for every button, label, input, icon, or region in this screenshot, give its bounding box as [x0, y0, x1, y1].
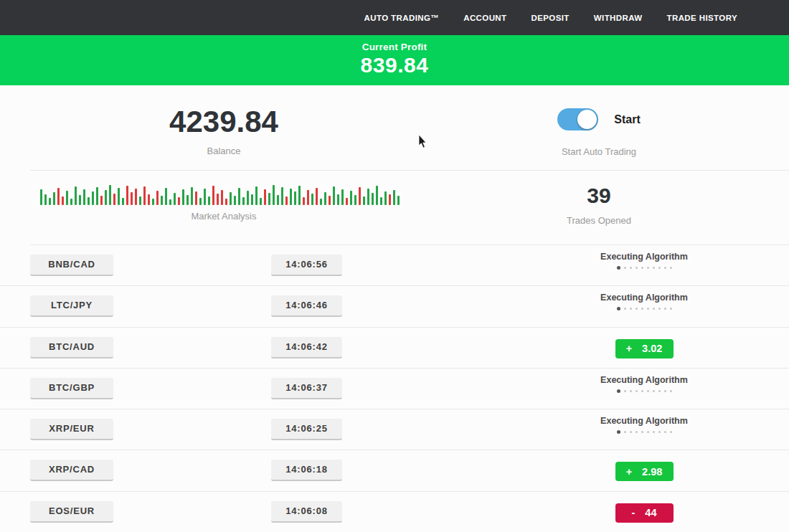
chart-bar [372, 193, 374, 205]
trades-list: BNB/CAD14:06:56Executing AlgorithmLTC/JP… [0, 245, 789, 532]
nav-item-deposit[interactable]: DEPOSIT [531, 14, 570, 22]
chart-bar [247, 191, 249, 205]
progress-dot [664, 267, 666, 269]
executing-algorithm-label: Executing Algorithm [558, 252, 730, 262]
trades-opened-block: 39 Trades Opened [495, 171, 703, 226]
nav-item-account[interactable]: ACCOUNT [463, 14, 506, 22]
chart-bar [100, 196, 103, 205]
progress-dot [641, 267, 643, 269]
progress-dot [630, 431, 632, 433]
progress-dot [670, 267, 672, 269]
progress-dot [670, 390, 672, 392]
chart-bar [277, 195, 279, 205]
progress-dot [647, 390, 649, 392]
chart-bar [113, 194, 115, 205]
time-chip: 14:06:08 [271, 501, 342, 523]
current-profit-value: 839.84 [0, 53, 789, 77]
time-chip: 14:06:25 [271, 419, 342, 440]
chart-bar [255, 186, 258, 205]
pair-chip: LTC/JPY [30, 295, 113, 317]
auto-trading-block: Start Start Auto Trading [495, 85, 703, 157]
progress-dot [664, 431, 666, 433]
chart-bar [281, 187, 283, 205]
account-stats-section: 4239.84 Balance Start Start Auto Trading [0, 85, 789, 170]
chart-bar [66, 191, 68, 205]
pair-chip: XRP/EUR [30, 419, 113, 440]
status-cell: +3.02 [558, 328, 730, 368]
chart-bar [376, 186, 378, 205]
progress-dot [653, 308, 655, 310]
balance-label: Balance [30, 146, 417, 156]
market-analysis-chart [40, 184, 400, 205]
progress-dot [670, 431, 672, 433]
time-chip: 14:06:37 [271, 378, 342, 399]
nav-item-auto-trading[interactable]: AUTO TRADING™ [364, 14, 440, 22]
progress-dot [658, 308, 661, 310]
chart-bar [221, 190, 223, 205]
nav-item-trade-history[interactable]: TRADE HISTORY [667, 14, 738, 22]
chart-bar [397, 196, 400, 205]
top-nav: AUTO TRADING™ACCOUNTDEPOSITWITHDRAWTRADE… [0, 0, 789, 35]
result-amount: 44 [645, 507, 656, 518]
progress-dot [630, 267, 632, 269]
chart-bar [333, 186, 335, 205]
chart-bar [354, 195, 356, 205]
result-sign: - [632, 507, 636, 518]
executing-algorithm-label: Executing Algorithm [558, 416, 730, 426]
chart-bar [337, 194, 339, 205]
trade-row: EOS/EUR14:06:08-44 [0, 492, 789, 532]
status-cell: Executing Algorithm [558, 245, 730, 285]
chart-bar [230, 192, 232, 205]
chart-bar [359, 187, 361, 205]
progress-dot [636, 390, 638, 392]
chart-bar [341, 189, 344, 205]
progress-dot [647, 308, 649, 310]
progress-dot [664, 308, 666, 310]
progress-dot [630, 390, 632, 392]
chart-bar [44, 194, 47, 205]
result-amount: 2.98 [642, 466, 662, 478]
progress-dot [630, 308, 632, 310]
chart-bar [346, 198, 348, 205]
status-cell: Executing Algorithm [558, 409, 730, 450]
chart-bar [122, 198, 124, 205]
executing-algorithm-label: Executing Algorithm [558, 375, 730, 385]
chart-bar [393, 190, 395, 205]
current-profit-label: Current Profit [0, 42, 789, 52]
chart-bar [186, 195, 189, 205]
auto-trading-toggle[interactable] [557, 108, 598, 130]
progress-dot [653, 267, 655, 269]
profit-badge: +3.02 [615, 339, 674, 358]
nav-item-withdraw[interactable]: WITHDRAW [594, 14, 643, 22]
chart-bar [260, 198, 262, 205]
time-chip: 14:06:56 [271, 255, 342, 276]
chart-bar [285, 196, 288, 205]
toggle-start-label: Start [614, 113, 640, 126]
chart-bar [88, 197, 90, 205]
chart-bar [174, 193, 176, 205]
market-stats-section: Market Analysis 39 Trades Opened [0, 171, 789, 244]
chart-bar [109, 185, 111, 205]
chart-bar [178, 197, 180, 205]
progress-dots [558, 389, 730, 393]
pair-chip: BNB/CAD [30, 255, 113, 276]
chart-bar [212, 186, 214, 205]
progress-dot [647, 267, 649, 269]
progress-dot [641, 431, 643, 433]
chart-bar [199, 198, 202, 205]
status-cell: -44 [558, 492, 730, 532]
chart-bar [363, 196, 365, 205]
chart-bar [118, 188, 120, 205]
chart-bar [139, 196, 141, 205]
time-chip: 14:06:42 [271, 337, 342, 358]
pair-chip: XRP/CAD [30, 460, 113, 481]
progress-dots [558, 307, 730, 310]
chart-bar [49, 198, 51, 205]
chart-bar [156, 191, 159, 205]
progress-dot [658, 267, 661, 269]
executing-algorithm-label: Executing Algorithm [558, 293, 730, 303]
current-profit-banner: Current Profit 839.84 [0, 35, 789, 85]
progress-dots [558, 430, 730, 434]
chart-bar [182, 189, 184, 205]
chart-bar [273, 185, 275, 205]
